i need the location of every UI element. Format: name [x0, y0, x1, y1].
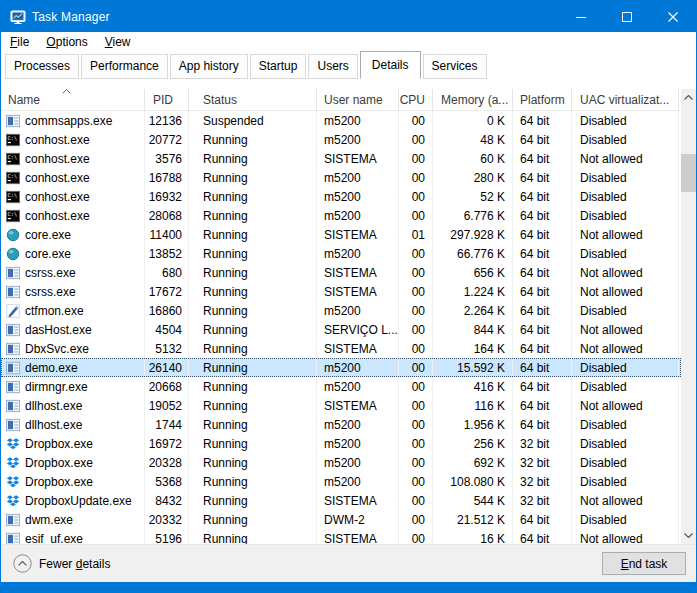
cell-name: dllhost.exe — [1, 396, 145, 415]
column-header-user[interactable]: User name — [317, 89, 399, 111]
cell-pid: 28068 — [145, 206, 189, 225]
default-app-icon — [6, 323, 20, 337]
cell-uac: Disabled — [572, 358, 679, 377]
tab-app-history[interactable]: App history — [170, 54, 248, 79]
tab-performance[interactable]: Performance — [81, 54, 168, 79]
console-icon: C:\ — [6, 171, 20, 185]
table-row[interactable]: dllhost.exe19052RunningSISTEMA00116 K64 … — [1, 396, 681, 415]
table-row[interactable]: Dropbox.exe16972Runningm520000256 K32 bi… — [1, 434, 681, 453]
cell-status: Running — [189, 263, 317, 282]
minimize-button[interactable] — [558, 1, 604, 32]
cell-uac: Not allowed — [572, 225, 679, 244]
table-row[interactable]: C:\conhost.exe16932Runningm52000052 K64 … — [1, 187, 681, 206]
fewer-details-button[interactable]: Fewer details — [13, 554, 110, 573]
table-row[interactable]: dasHost.exe4504RunningSERVIÇO L...00844 … — [1, 320, 681, 339]
cell-name: dwm.exe — [1, 510, 145, 529]
table-row[interactable]: ctfmon.exe16860Runningm5200002.264 K64 b… — [1, 301, 681, 320]
maximize-button[interactable] — [604, 1, 650, 32]
cell-cpu: 00 — [399, 529, 433, 544]
cell-user: m5200 — [317, 111, 399, 130]
cell-uac: Not allowed — [572, 339, 679, 358]
cell-pid: 20772 — [145, 130, 189, 149]
table-row[interactable]: C:\conhost.exe3576RunningSISTEMA0060 K64… — [1, 149, 681, 168]
vertical-scrollbar[interactable] — [681, 89, 696, 544]
cell-user: m5200 — [317, 168, 399, 187]
cell-name: csrss.exe — [1, 263, 145, 282]
table-row[interactable]: C:\conhost.exe20772Runningm52000048 K64 … — [1, 130, 681, 149]
console-icon: C:\ — [6, 190, 20, 204]
table-row[interactable]: dwm.exe20332RunningDWM-20021.512 K64 bit… — [1, 510, 681, 529]
table-row[interactable]: DropboxUpdate.exe8432RunningSISTEMA00544… — [1, 491, 681, 510]
cell-cpu: 00 — [399, 149, 433, 168]
window-bottom-border — [1, 582, 696, 592]
cell-mem: 544 K — [433, 491, 513, 510]
tab-services[interactable]: Services — [423, 54, 487, 79]
default-app-icon — [6, 114, 20, 128]
column-header-uac[interactable]: UAC virtualizat... — [572, 89, 679, 111]
cell-mem: 6.776 K — [433, 206, 513, 225]
cell-uac: Not allowed — [572, 149, 679, 168]
table-row[interactable]: commsapps.exe12136Suspendedm5200000 K64 … — [1, 111, 681, 130]
scroll-down-button[interactable] — [681, 527, 696, 544]
cell-status: Running — [189, 510, 317, 529]
table-row[interactable]: dllhost.exe1744Runningm5200001.956 K64 b… — [1, 415, 681, 434]
table-row[interactable]: Dropbox.exe5368Runningm520000108.080 K32… — [1, 472, 681, 491]
tab-startup[interactable]: Startup — [250, 54, 307, 79]
cell-pid: 17672 — [145, 282, 189, 301]
end-task-button[interactable]: End task — [602, 552, 686, 575]
column-header-name[interactable]: Name — [1, 89, 145, 111]
menu-view[interactable]: View — [98, 33, 141, 52]
column-header-pid[interactable]: PID — [145, 89, 189, 111]
column-header-mem[interactable]: Memory (a... — [433, 89, 513, 111]
scroll-up-button[interactable] — [681, 89, 696, 106]
cell-mem: 280 K — [433, 168, 513, 187]
cell-mem: 52 K — [433, 187, 513, 206]
console-icon: C:\ — [6, 152, 20, 166]
cell-platform: 32 bit — [513, 434, 572, 453]
chevron-down-icon — [684, 533, 693, 538]
cell-mem: 844 K — [433, 320, 513, 339]
cell-name: C:\conhost.exe — [1, 168, 145, 187]
table-row[interactable]: csrss.exe680RunningSISTEMA00656 K64 bitN… — [1, 263, 681, 282]
chevron-up-icon — [684, 95, 693, 100]
cell-uac: Disabled — [572, 187, 679, 206]
cell-platform: 64 bit — [513, 282, 572, 301]
table-row[interactable]: demo.exe26140Runningm52000015.592 K64 bi… — [1, 358, 681, 377]
cell-name: core.exe — [1, 244, 145, 263]
cell-user: DWM-2 — [317, 510, 399, 529]
scrollbar-thumb[interactable] — [681, 154, 696, 192]
table-row[interactable]: dirmngr.exe20668Runningm520000416 K64 bi… — [1, 377, 681, 396]
cell-user: m5200 — [317, 130, 399, 149]
table-row[interactable]: Dropbox.exe20328Runningm520000692 K32 bi… — [1, 453, 681, 472]
table-row[interactable]: csrss.exe17672RunningSISTEMA001.224 K64 … — [1, 282, 681, 301]
column-header-cpu[interactable]: CPU — [399, 89, 433, 111]
cell-pid: 5196 — [145, 529, 189, 544]
close-button[interactable] — [650, 1, 696, 32]
cell-pid: 13852 — [145, 244, 189, 263]
table-row[interactable]: C:\conhost.exe28068Runningm5200006.776 K… — [1, 206, 681, 225]
cell-platform: 64 bit — [513, 377, 572, 396]
column-header-platform[interactable]: Platform — [513, 89, 572, 111]
table-row[interactable]: esif_uf.exe5196RunningSISTEMA0016 K64 bi… — [1, 529, 681, 544]
cell-name: Dropbox.exe — [1, 453, 145, 472]
table-row[interactable]: core.exe11400RunningSISTEMA01297.928 K64… — [1, 225, 681, 244]
dropbox-icon — [6, 456, 20, 470]
tab-processes[interactable]: Processes — [5, 54, 79, 79]
menu-options[interactable]: Options — [39, 33, 97, 52]
cell-user: m5200 — [317, 377, 399, 396]
tab-details[interactable]: Details — [360, 51, 421, 79]
table-row[interactable]: C:\conhost.exe16788Runningm520000280 K64… — [1, 168, 681, 187]
cell-name: dllhost.exe — [1, 415, 145, 434]
cell-pid: 4504 — [145, 320, 189, 339]
table-row[interactable]: DbxSvc.exe5132RunningSISTEMA00164 K64 bi… — [1, 339, 681, 358]
default-app-icon — [6, 361, 20, 375]
cell-status: Running — [189, 282, 317, 301]
cell-status: Running — [189, 434, 317, 453]
cell-cpu: 00 — [399, 130, 433, 149]
close-icon — [668, 12, 678, 22]
table-row[interactable]: core.exe13852Runningm52000066.776 K64 bi… — [1, 244, 681, 263]
cell-user: m5200 — [317, 301, 399, 320]
column-header-status[interactable]: Status — [189, 89, 317, 111]
tab-users[interactable]: Users — [308, 54, 357, 79]
menu-file[interactable]: File — [3, 33, 39, 52]
